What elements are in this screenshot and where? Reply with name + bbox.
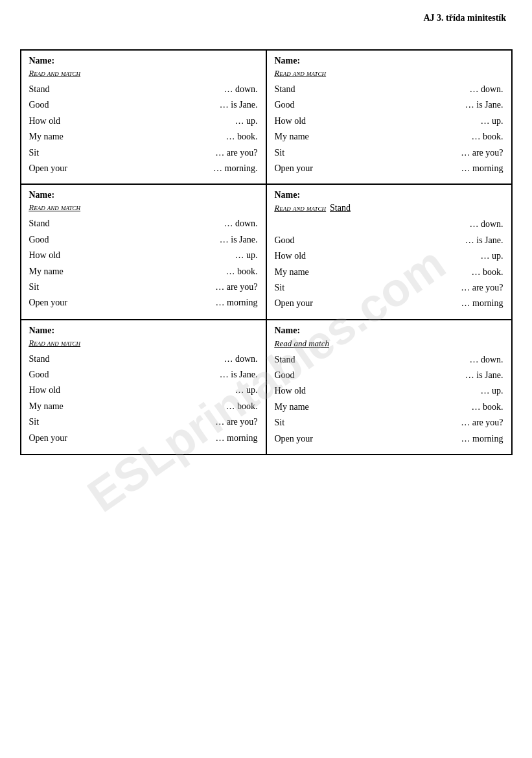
list-item: How old … up. [275,249,503,263]
list-item: Open your … morning [29,296,258,310]
list-item: Open your … morning [29,431,258,445]
list-item: Good … is Jane. [275,98,503,112]
page-header: AJ 3. třída minitestík [19,13,513,23]
list-item: My name … book. [275,400,503,414]
list-item: How old … up. [29,114,258,128]
list-item: Sit … are you? [275,146,503,160]
list-item: How old … up. [29,248,258,263]
list-item: Open your … morning [275,161,503,176]
instruction-6: Read and match [275,338,503,349]
list-item: Open your … morning. [29,161,258,176]
list-item: Sit … are you? [275,416,503,430]
list-item: … down. [275,217,503,231]
list-item: Sit … are you? [275,281,503,295]
list-item: My name … book. [275,265,503,279]
instruction-3: Read and match [29,203,258,213]
page: AJ 3. třída minitestík Name: Read and ma… [0,0,532,758]
list-item: Good … is Jane. [29,368,258,382]
instruction-2: Read and match [275,69,503,78]
list-item: Stand … down. [29,82,258,97]
list-item: How old … up. [275,114,503,128]
list-item: How old … up. [275,384,503,398]
worksheet-grid: Name: Read and match Stand … down. Good … [20,49,513,455]
list-item: My name … book. [275,130,503,144]
worksheet-cell-5: Name: Read and match Stand … down. Good … [21,320,266,455]
name-label-5: Name: [29,326,258,336]
instruction-4: Read and match Stand [275,203,503,213]
worksheet-cell-6: Name: Read and match Stand … down. Good … [266,320,512,455]
list-item: Good … is Jane. [29,233,258,247]
name-label-2: Name: [275,56,503,66]
list-item: Open your … morning [275,296,503,311]
list-item: Sit … are you? [29,146,258,160]
list-item: Sit … are you? [29,415,258,429]
page-title: AJ 3. třída minitestík [423,13,506,23]
list-item: Good … is Jane. [275,368,503,383]
name-label-1: Name: [29,56,258,66]
name-label-6: Name: [275,326,503,336]
list-item: My name … book. [29,399,258,414]
worksheet-cell-1: Name: Read and match Stand … down. Good … [21,50,266,184]
worksheet-cell-2: Name: Read and match Stand … down. Good … [266,50,512,184]
list-item: Stand … down. [275,353,503,367]
list-item: How old … up. [29,383,258,397]
list-item: Good … is Jane. [29,98,258,112]
worksheet-cell-4: Name: Read and match Stand … down. Good … [266,184,512,319]
worksheet-cell-3: Name: Read and match Stand … down. Good … [21,184,266,319]
list-item: Stand … down. [29,352,258,366]
list-item: Stand … down. [275,82,503,97]
list-item: My name … book. [29,265,258,279]
list-item: Sit … are you? [29,280,258,294]
list-item: Stand … down. [29,217,258,231]
name-label-4: Name: [275,190,503,200]
name-label-3: Name: [29,190,258,200]
list-item: Good … is Jane. [275,233,503,248]
instruction-5: Read and match [29,338,258,348]
list-item: My name … book. [29,130,258,144]
list-item: Open your … morning [275,432,503,446]
instruction-1: Read and match [29,69,258,78]
